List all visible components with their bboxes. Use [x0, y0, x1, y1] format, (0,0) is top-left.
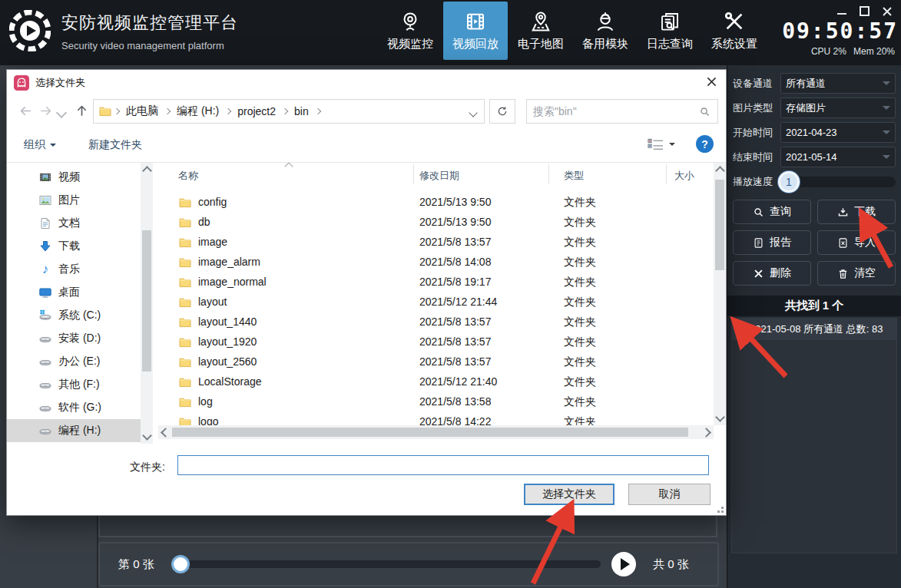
main-nav: 视频监控视频回放电子地图备用模块日志查询系统设置: [378, 0, 767, 61]
search-input[interactable]: [527, 105, 699, 117]
breadcrumb-item[interactable]: 此电脑: [122, 104, 162, 118]
scroll-up-icon[interactable]: [715, 166, 725, 176]
result-item[interactable]: 2021-05-08 所有通道 总数: 83: [732, 319, 896, 340]
file-row[interactable]: config2021/5/13 9:50文件夹: [158, 193, 714, 213]
tree-item[interactable]: 软件 (G:): [7, 396, 141, 419]
file-row[interactable]: LocalStorage2021/5/12 21:40文件夹: [158, 372, 714, 392]
tree-item[interactable]: 文档: [7, 212, 141, 235]
dialog-title-bar[interactable]: 选择文件夹: [7, 70, 726, 96]
frame-slider[interactable]: [174, 560, 601, 568]
file-row[interactable]: layout_14402021/5/8 13:57文件夹: [158, 312, 714, 332]
report-button[interactable]: 报告: [733, 230, 811, 255]
file-row[interactable]: layout_25602021/5/8 13:57文件夹: [158, 352, 714, 372]
speed-slider[interactable]: 1: [780, 177, 896, 187]
field-select-dropdown[interactable]: 存储图片: [780, 97, 896, 118]
list-vertical-scrollbar[interactable]: [714, 163, 726, 425]
tree-item[interactable]: 其他 (F:): [7, 373, 141, 396]
folder-name-input[interactable]: [177, 455, 709, 475]
field-select-dropdown[interactable]: 2021-05-14: [780, 147, 896, 167]
back-icon[interactable]: [18, 104, 33, 118]
column-divider[interactable]: [413, 164, 414, 184]
checkmark-icon[interactable]: [736, 325, 746, 335]
file-type: 文件夹: [564, 315, 596, 329]
file-name: layout_1440: [198, 315, 257, 328]
resize-grip[interactable]: [721, 510, 724, 513]
address-dropdown-icon[interactable]: [469, 108, 477, 117]
recent-locations-icon[interactable]: [56, 107, 67, 118]
play-button[interactable]: [611, 552, 636, 576]
tree-item[interactable]: 视频: [7, 166, 141, 189]
column-header-name[interactable]: 名称: [178, 169, 198, 183]
folder-icon: [179, 197, 191, 209]
tools-icon: [723, 10, 746, 33]
nav-item-map-pin[interactable]: 电子地图: [508, 0, 573, 61]
file-date: 2021/5/8 13:58: [419, 395, 491, 408]
scrollbar-thumb[interactable]: [172, 428, 688, 437]
tree-item[interactable]: 系统 (C:): [7, 304, 141, 327]
file-row[interactable]: log2021/5/8 13:58文件夹: [158, 392, 714, 412]
import-button[interactable]: 导入: [817, 230, 896, 255]
nav-item-webcam[interactable]: 视频监控: [378, 0, 442, 61]
scroll-right-icon[interactable]: [701, 428, 711, 438]
clear-button[interactable]: 清空: [817, 261, 896, 286]
refresh-button[interactable]: [489, 99, 515, 124]
minimize-icon[interactable]: [837, 13, 846, 15]
file-row[interactable]: db2021/5/13 9:50文件夹: [158, 213, 714, 233]
breadcrumb-item[interactable]: bin: [290, 105, 313, 117]
tree-item[interactable]: 图片: [7, 189, 141, 212]
select-folder-button[interactable]: 选择文件夹: [524, 484, 614, 505]
column-header-type[interactable]: 类型: [564, 169, 584, 183]
nav-item-log-search[interactable]: 日志查询: [638, 0, 702, 61]
tree-item[interactable]: 安装 (D:): [7, 327, 141, 350]
field-select-dropdown[interactable]: 2021-04-23: [780, 122, 896, 143]
folder-icon: [179, 356, 191, 368]
scrollbar-thumb[interactable]: [715, 180, 724, 270]
column-header-date[interactable]: 修改日期: [419, 169, 459, 183]
scroll-up-icon[interactable]: [142, 166, 152, 176]
organize-button[interactable]: 组织: [24, 138, 56, 152]
new-folder-button[interactable]: 新建文件夹: [88, 138, 142, 152]
tree-item[interactable]: 下载: [7, 235, 141, 258]
cancel-button[interactable]: 取消: [628, 484, 711, 505]
file-row[interactable]: layout2021/5/12 21:44文件夹: [158, 292, 714, 312]
close-icon[interactable]: [883, 7, 892, 16]
forward-icon[interactable]: [38, 104, 53, 118]
download-button[interactable]: 下载: [817, 200, 896, 224]
file-row[interactable]: layout_19202021/5/8 13:57文件夹: [158, 332, 714, 352]
search-icon[interactable]: [699, 106, 717, 117]
frame-slider-handle[interactable]: [171, 555, 190, 573]
column-divider[interactable]: [666, 164, 667, 184]
tree-scrollbar[interactable]: [141, 163, 153, 444]
tree-item[interactable]: 办公 (E:): [7, 350, 141, 373]
scroll-down-icon[interactable]: [715, 412, 725, 422]
folder-icon: [179, 316, 191, 329]
download-icon: [837, 206, 849, 218]
file-row[interactable]: image_normal2021/5/8 19:17文件夹: [158, 273, 714, 292]
nav-item-film-play[interactable]: 视频回放: [443, 2, 508, 60]
up-icon[interactable]: [75, 104, 89, 118]
file-row[interactable]: logo2021/5/8 14:22文件夹: [158, 412, 714, 425]
column-header-size[interactable]: 大小: [674, 169, 694, 183]
breadcrumb-item[interactable]: project2: [234, 105, 280, 117]
breadcrumb-item[interactable]: 编程 (H:): [173, 104, 223, 118]
maximize-icon[interactable]: [860, 6, 870, 16]
list-horizontal-scrollbar[interactable]: [158, 425, 714, 439]
scrollbar-thumb[interactable]: [142, 230, 151, 372]
tree-item[interactable]: 桌面: [7, 281, 141, 304]
scroll-left-icon[interactable]: [161, 428, 171, 438]
file-row[interactable]: image2021/5/8 13:57文件夹: [158, 233, 714, 253]
help-button[interactable]: ?: [696, 135, 714, 153]
delete-button[interactable]: 删除: [733, 261, 811, 286]
view-options-button[interactable]: [648, 138, 675, 150]
address-bar[interactable]: 此电脑编程 (H:)project2bin: [93, 99, 485, 124]
nav-item-tools[interactable]: 系统设置: [702, 0, 767, 61]
query-button[interactable]: 查询: [733, 200, 811, 224]
speed-slider-handle[interactable]: 1: [778, 171, 800, 193]
file-row[interactable]: image_alarm2021/5/8 14:08文件夹: [158, 253, 714, 273]
column-divider[interactable]: [548, 164, 549, 184]
tree-item[interactable]: ♪音乐: [7, 258, 141, 281]
folder-icon: [179, 416, 191, 425]
dialog-close-icon[interactable]: [707, 77, 717, 87]
field-select-dropdown[interactable]: 所有通道: [780, 73, 896, 94]
nav-item-worker[interactable]: 备用模块: [573, 0, 638, 61]
